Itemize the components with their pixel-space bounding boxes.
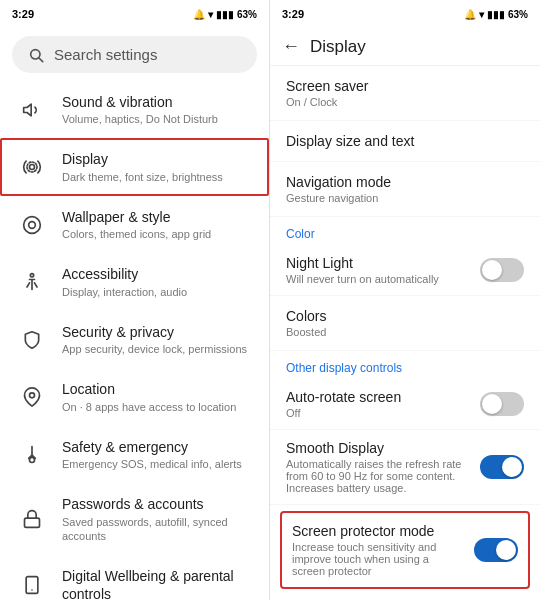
time-left: 3:29 xyxy=(12,8,34,20)
back-button[interactable]: ← xyxy=(282,36,300,57)
display-subtitle: Dark theme, font size, brightness xyxy=(62,170,251,184)
svg-point-7 xyxy=(30,274,33,277)
search-bar[interactable]: Search settings xyxy=(12,36,257,73)
navigation-mode-title: Navigation mode xyxy=(286,174,524,190)
signal-icon: ▮▮▮ xyxy=(216,9,234,20)
display-header: ← Display xyxy=(270,28,540,66)
svg-line-1 xyxy=(39,58,43,62)
screen-protector-toggle[interactable] xyxy=(474,538,518,562)
sidebar-item-wallpaper[interactable]: Wallpaper & styleColors, themed icons, a… xyxy=(0,196,269,253)
safety-icon xyxy=(18,441,46,469)
time-right: 3:29 xyxy=(282,8,304,20)
settings-list: Sound & vibrationVolume, haptics, Do Not… xyxy=(0,81,269,600)
sound-subtitle: Volume, haptics, Do Not Disturb xyxy=(62,112,251,126)
location-icon-svg xyxy=(22,387,42,407)
accessibility-text: AccessibilityDisplay, interaction, audio xyxy=(62,265,251,298)
sidebar-item-safety[interactable]: Safety & emergencyEmergency SOS, medical… xyxy=(0,426,269,483)
svg-marker-2 xyxy=(24,104,32,116)
screen-protector-text: Screen protector modeIncrease touch sens… xyxy=(292,523,464,577)
color-section-label: Color xyxy=(270,217,540,245)
passwords-icon-svg xyxy=(22,509,42,529)
battery-right: 63% xyxy=(508,9,528,20)
sound-text: Sound & vibrationVolume, haptics, Do Not… xyxy=(62,93,251,126)
location-text: LocationOn · 8 apps have access to locat… xyxy=(62,380,251,413)
wifi-icon-r: ▾ xyxy=(479,9,484,20)
accessibility-subtitle: Display, interaction, audio xyxy=(62,285,251,299)
colors-subtitle: Boosted xyxy=(286,326,524,338)
security-subtitle: App security, device lock, permissions xyxy=(62,342,251,356)
auto-rotate-toggle[interactable] xyxy=(480,392,524,416)
digital-icon xyxy=(18,571,46,599)
display-text: DisplayDark theme, font size, brightness xyxy=(62,150,251,183)
display-icon xyxy=(18,153,46,181)
display-item-navigation-mode[interactable]: Navigation modeGesture navigation xyxy=(270,162,540,217)
sidebar-item-display[interactable]: DisplayDark theme, font size, brightness xyxy=(0,138,269,195)
svg-point-5 xyxy=(24,216,41,233)
display-item-auto-rotate[interactable]: Auto-rotate screenOff xyxy=(270,379,540,430)
auto-rotate-text: Auto-rotate screenOff xyxy=(286,389,470,419)
smooth-display-text: Smooth DisplayAutomatically raises the r… xyxy=(286,440,470,494)
svg-point-10 xyxy=(30,457,35,462)
svg-point-3 xyxy=(30,165,35,170)
wallpaper-icon-svg xyxy=(22,215,42,235)
screen-protector-section[interactable]: Screen protector modeIncrease touch sens… xyxy=(280,511,530,589)
display-item-display-size-text[interactable]: Display size and text xyxy=(270,121,540,162)
auto-rotate-title: Auto-rotate screen xyxy=(286,389,470,405)
screen-protector-toggle-thumb xyxy=(496,540,516,560)
digital-title: Digital Wellbeing & parental controls xyxy=(62,567,251,600)
passwords-title: Passwords & accounts xyxy=(62,495,251,513)
notification-icon: 🔔 xyxy=(193,9,205,20)
passwords-text: Passwords & accountsSaved passwords, aut… xyxy=(62,495,251,543)
sidebar-item-location[interactable]: LocationOn · 8 apps have access to locat… xyxy=(0,368,269,425)
security-text: Security & privacyApp security, device l… xyxy=(62,323,251,356)
svg-point-8 xyxy=(30,393,35,398)
sidebar-item-accessibility[interactable]: AccessibilityDisplay, interaction, audio xyxy=(0,253,269,310)
security-icon-svg xyxy=(22,330,42,350)
colors-title: Colors xyxy=(286,308,524,324)
sidebar-item-passwords[interactable]: Passwords & accountsSaved passwords, aut… xyxy=(0,483,269,555)
svg-rect-11 xyxy=(25,518,40,527)
security-title: Security & privacy xyxy=(62,323,251,341)
smooth-display-title: Smooth Display xyxy=(286,440,470,456)
location-title: Location xyxy=(62,380,251,398)
svg-point-6 xyxy=(29,221,36,228)
screen-saver-subtitle: On / Clock xyxy=(286,96,524,108)
wallpaper-title: Wallpaper & style xyxy=(62,208,251,226)
night-light-toggle[interactable] xyxy=(480,258,524,282)
left-panel: 3:29 🔔 ▾ ▮▮▮ 63% Search settings Sound &… xyxy=(0,0,270,600)
screen-saver-title: Screen saver xyxy=(286,78,524,94)
sidebar-item-sound[interactable]: Sound & vibrationVolume, haptics, Do Not… xyxy=(0,81,269,138)
search-icon xyxy=(28,47,44,63)
display-title: Display xyxy=(62,150,251,168)
battery-left: 63% xyxy=(237,9,257,20)
wallpaper-subtitle: Colors, themed icons, app grid xyxy=(62,227,251,241)
smooth-display-toggle-thumb xyxy=(502,457,522,477)
search-placeholder: Search settings xyxy=(54,46,157,63)
safety-subtitle: Emergency SOS, medical info, alerts xyxy=(62,457,251,471)
notification-icon-r: 🔔 xyxy=(464,9,476,20)
display-item-screen-saver[interactable]: Screen saverOn / Clock xyxy=(270,66,540,121)
other-section-label: Other display controls xyxy=(270,351,540,379)
accessibility-icon xyxy=(18,268,46,296)
smooth-display-subtitle: Automatically raises the refresh rate fr… xyxy=(286,458,470,494)
screen-protector-subtitle: Increase touch sensitivity and improve t… xyxy=(292,541,464,577)
display-item-colors[interactable]: ColorsBoosted xyxy=(270,296,540,351)
digital-text: Digital Wellbeing & parental controls xyxy=(62,567,251,600)
status-icons-left: 🔔 ▾ ▮▮▮ 63% xyxy=(193,9,257,20)
status-icons-right: 🔔 ▾ ▮▮▮ 63% xyxy=(464,9,528,20)
auto-rotate-subtitle: Off xyxy=(286,407,470,419)
auto-rotate-toggle-thumb xyxy=(482,394,502,414)
night-light-subtitle: Will never turn on automatically xyxy=(286,273,470,285)
display-title: Display xyxy=(310,37,366,57)
location-icon xyxy=(18,383,46,411)
sidebar-item-digital[interactable]: Digital Wellbeing & parental controls xyxy=(0,555,269,600)
display-item-smooth-display[interactable]: Smooth DisplayAutomatically raises the r… xyxy=(270,430,540,505)
night-light-toggle-thumb xyxy=(482,260,502,280)
display-icon-svg xyxy=(22,157,42,177)
sidebar-item-security[interactable]: Security & privacyApp security, device l… xyxy=(0,311,269,368)
display-item-night-light[interactable]: Night LightWill never turn on automatica… xyxy=(270,245,540,296)
night-light-title: Night Light xyxy=(286,255,470,271)
svg-point-4 xyxy=(27,162,37,172)
smooth-display-toggle[interactable] xyxy=(480,455,524,479)
safety-text: Safety & emergencyEmergency SOS, medical… xyxy=(62,438,251,471)
